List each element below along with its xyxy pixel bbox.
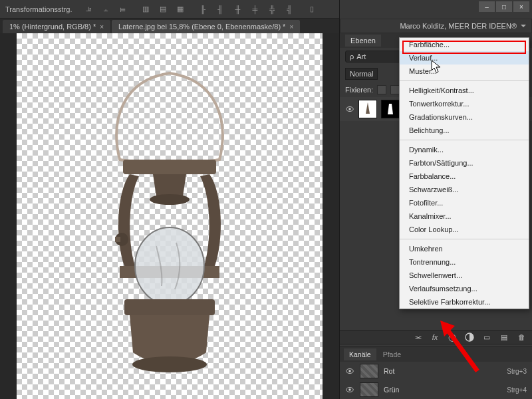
svg-point-15	[348, 388, 351, 391]
a5-icon[interactable]: ╬	[266, 3, 278, 15]
svg-point-9	[348, 108, 351, 110]
svg-point-1	[150, 194, 190, 205]
align-icons: ⫡ ⫠ ⫢	[82, 3, 129, 15]
a4-icon[interactable]: ╪	[249, 3, 261, 15]
layers-button-strip: ⫘ fx ◯ ▭ ▤ 🗑	[340, 330, 532, 344]
channel-shortcut: Strg+4	[507, 386, 527, 394]
x1-icon[interactable]: ▯	[306, 3, 318, 15]
blend-mode-label: Normal	[350, 70, 373, 78]
align-right-icon[interactable]: ⫢	[117, 3, 129, 15]
menu-item-gradient[interactable]: Verlauf...	[400, 51, 529, 65]
channel-thumb	[360, 382, 378, 397]
document-tab-0[interactable]: 1% (Hintergrund, RGB/8) * ×	[3, 20, 110, 33]
menu-item-curves[interactable]: Gradationskurven...	[400, 110, 529, 124]
menu-separator	[400, 80, 529, 81]
window-controls: – □ ×	[479, 1, 529, 12]
tab-label: 1% (Hintergrund, RGB/8) *	[9, 23, 96, 31]
a3-icon[interactable]: ╫	[231, 3, 243, 15]
menu-item-posterize[interactable]: Tontrennung...	[400, 255, 529, 269]
menu-item-selective-color[interactable]: Selektive Farbkorrektur...	[400, 295, 529, 309]
mouse-cursor-icon	[431, 60, 443, 74]
distribute-icons: ▥ ▤ ▦	[140, 3, 186, 15]
red-arrow-annotation	[438, 321, 484, 374]
visibility-icon[interactable]	[345, 385, 354, 394]
menu-item-photo-filter[interactable]: Fotofilter...	[400, 196, 529, 209]
visibility-icon[interactable]	[345, 366, 354, 376]
menu-item-hue[interactable]: Farbton/Sättigung...	[400, 156, 529, 170]
menu-item-exposure[interactable]: Belichtung...	[400, 124, 529, 137]
a1-icon[interactable]: ╟	[197, 3, 209, 15]
link-icon[interactable]: ⫘	[412, 332, 423, 342]
lock-transparency-icon[interactable]	[377, 85, 386, 94]
visibility-icon[interactable]	[345, 104, 354, 114]
more-align-icons: ╟ ╢ ╫ ╪ ╬ ╣	[197, 3, 295, 15]
menu-item-vibrance[interactable]: Dynamik...	[400, 143, 529, 156]
channels-header: Kanäle Pfade	[340, 347, 532, 362]
adjustment-layer-menu: Farbfläche... Verlauf... Muster... Helli…	[399, 37, 529, 309]
tab-label: Laterne.jpg bei 15,8% (Ebene 0, Ebenenma…	[118, 23, 285, 31]
menu-item-levels[interactable]: Tonwertkorrektur...	[400, 97, 529, 110]
layers-tab[interactable]: Ebenen	[345, 35, 381, 47]
svg-point-5	[132, 356, 207, 372]
channel-row-green[interactable]: Grün Strg+4	[340, 380, 532, 399]
transparent-canvas[interactable]	[17, 33, 323, 399]
dist-3-icon[interactable]: ▦	[174, 3, 186, 15]
close-icon[interactable]: ×	[289, 23, 293, 31]
menu-item-gradient-map[interactable]: Verlaufsumsetzung...	[400, 282, 529, 295]
menu-item-bw[interactable]: Schwarzweiß...	[400, 183, 529, 196]
workspace-switcher[interactable]: Marco Kolditz, MEER DER IDEEN®	[340, 19, 532, 33]
trash-icon[interactable]: 🗑	[516, 332, 527, 342]
channel-row-red[interactable]: Rot Strg+3	[340, 362, 532, 380]
dist-2-icon[interactable]: ▤	[157, 3, 169, 15]
dist-1-icon[interactable]: ▥	[140, 3, 152, 15]
extra-icons: ▯	[306, 3, 318, 15]
paths-tab[interactable]: Pfade	[378, 348, 406, 360]
close-icon[interactable]: ×	[100, 23, 104, 31]
layer-thumb[interactable]	[358, 100, 377, 118]
lock-label: Fixieren:	[345, 86, 373, 94]
menu-item-brightness[interactable]: Helligkeit/Kontrast...	[400, 84, 529, 97]
canvas-area[interactable]	[0, 33, 339, 399]
new-layer-icon[interactable]: ▤	[499, 332, 509, 342]
svg-point-13	[348, 370, 351, 372]
channels-panel: Kanäle Pfade Rot Strg+3 Grün Strg+4	[340, 346, 532, 399]
search-kind: Art	[356, 53, 366, 61]
a2-icon[interactable]: ╢	[214, 3, 226, 15]
search-icon: ρ	[350, 53, 354, 61]
menu-item-invert[interactable]: Umkehren	[400, 242, 529, 255]
channel-thumb	[360, 364, 378, 378]
minimize-button[interactable]: –	[479, 1, 495, 12]
channel-shortcut: Strg+3	[507, 368, 527, 375]
channels-tab[interactable]: Kanäle	[344, 348, 376, 360]
lantern-image	[83, 66, 256, 386]
align-left-icon[interactable]: ⫡	[82, 3, 94, 15]
align-center-icon[interactable]: ⫠	[100, 3, 112, 15]
close-button[interactable]: ×	[513, 1, 529, 12]
menu-item-solid-color[interactable]: Farbfläche...	[400, 38, 529, 51]
menu-item-color-lookup[interactable]: Color Lookup...	[400, 223, 529, 236]
maximize-button[interactable]: □	[496, 1, 512, 12]
menu-item-color-balance[interactable]: Farbbalance...	[400, 170, 529, 183]
blend-mode-dropdown[interactable]: Normal	[345, 68, 378, 80]
channel-name: Grün	[384, 386, 501, 394]
layer-mask-thumb[interactable]	[381, 100, 400, 118]
workspace-label: Marco Kolditz, MEER DER IDEEN®	[400, 22, 517, 30]
menu-item-pattern[interactable]: Muster...	[400, 65, 529, 78]
document-tab-1[interactable]: Laterne.jpg bei 15,8% (Ebene 0, Ebenenma…	[112, 20, 300, 33]
svg-rect-4	[124, 299, 215, 315]
menu-item-threshold[interactable]: Schwellenwert...	[400, 269, 529, 282]
tool-label: Transformationsstrg.	[5, 5, 72, 13]
menu-item-channel-mixer[interactable]: Kanalmixer...	[400, 209, 529, 223]
svg-rect-0	[123, 160, 216, 174]
menu-separator	[400, 239, 529, 239]
svg-rect-7	[115, 237, 120, 242]
menu-separator	[400, 140, 529, 140]
a6-icon[interactable]: ╣	[283, 3, 295, 15]
